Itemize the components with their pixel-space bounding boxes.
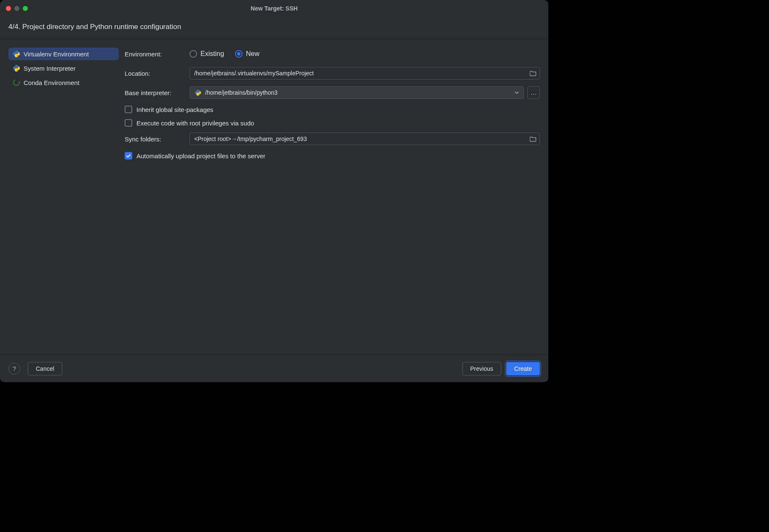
inherit-label: Inherit global site-packages	[136, 106, 214, 113]
auto-upload-checkbox-row[interactable]: Automatically upload project files to th…	[125, 152, 540, 160]
previous-label: Previous	[470, 365, 493, 372]
folder-icon[interactable]	[530, 136, 537, 142]
base-interpreter-label: Base interpreter:	[125, 89, 190, 96]
sidebar-item-conda[interactable]: Conda Environment	[8, 76, 119, 89]
sidebar: Virtualenv Environment System Interprete…	[8, 48, 119, 352]
python-icon	[13, 64, 20, 72]
sync-folders-input[interactable]	[190, 133, 540, 145]
dialog-footer: ? Cancel Previous Create	[0, 354, 548, 382]
create-button[interactable]: Create	[506, 362, 540, 375]
location-row: Location:	[125, 67, 540, 80]
checkbox-icon	[125, 119, 132, 127]
step-header: 4/4. Project directory and Python runtim…	[0, 17, 548, 39]
inherit-checkbox-row[interactable]: Inherit global site-packages	[125, 106, 540, 113]
environment-row: Environment: Existing New	[125, 48, 540, 60]
dialog-window: New Target: SSH 4/4. Project directory a…	[0, 0, 548, 382]
radio-label: New	[246, 50, 259, 58]
sidebar-item-label: Conda Environment	[24, 79, 80, 86]
checkbox-icon	[125, 106, 132, 113]
sync-folders-row: Sync folders:	[125, 133, 540, 145]
sync-folders-label: Sync folders:	[125, 136, 190, 143]
folder-icon[interactable]	[530, 70, 537, 76]
sidebar-item-virtualenv[interactable]: Virtualenv Environment	[8, 48, 119, 60]
environment-label: Environment:	[125, 51, 190, 58]
location-input[interactable]	[190, 67, 540, 80]
create-label: Create	[514, 365, 532, 372]
cancel-label: Cancel	[36, 365, 54, 372]
help-button[interactable]: ?	[8, 363, 20, 375]
cancel-button[interactable]: Cancel	[28, 362, 62, 375]
help-icon: ?	[13, 365, 16, 372]
titlebar: New Target: SSH	[0, 0, 548, 17]
base-interpreter-select[interactable]: /home/jetbrains/bin/python3	[190, 86, 524, 99]
conda-icon	[13, 79, 20, 86]
checkbox-icon	[125, 152, 132, 160]
ellipsis-icon: …	[530, 89, 537, 96]
sidebar-item-label: Virtualenv Environment	[24, 51, 89, 58]
base-interpreter-value: /home/jetbrains/bin/python3	[205, 89, 278, 96]
radio-existing[interactable]: Existing	[190, 50, 224, 58]
python-icon	[13, 50, 20, 58]
auto-upload-label: Automatically upload project files to th…	[136, 152, 265, 160]
radio-label: Existing	[200, 50, 224, 58]
sidebar-item-label: System Interpreter	[24, 65, 75, 72]
form-panel: Environment: Existing New Location:	[119, 48, 540, 352]
radio-new[interactable]: New	[235, 50, 259, 58]
chevron-down-icon	[514, 90, 519, 95]
dialog-body: Virtualenv Environment System Interprete…	[0, 39, 548, 352]
browse-interpreter-button[interactable]: …	[527, 86, 540, 99]
sudo-checkbox-row[interactable]: Execute code with root privileges via su…	[125, 119, 540, 127]
location-label: Location:	[125, 70, 190, 77]
base-interpreter-row: Base interpreter: /home/jetbrains/bin/py…	[125, 86, 540, 99]
python-icon	[194, 89, 202, 96]
radio-circle-icon	[190, 50, 197, 58]
previous-button[interactable]: Previous	[462, 362, 501, 375]
window-title: New Target: SSH	[0, 5, 548, 12]
sidebar-item-system[interactable]: System Interpreter	[8, 62, 119, 74]
sudo-label: Execute code with root privileges via su…	[136, 120, 254, 127]
environment-radio-group: Existing New	[190, 50, 259, 58]
radio-circle-icon	[235, 50, 243, 58]
